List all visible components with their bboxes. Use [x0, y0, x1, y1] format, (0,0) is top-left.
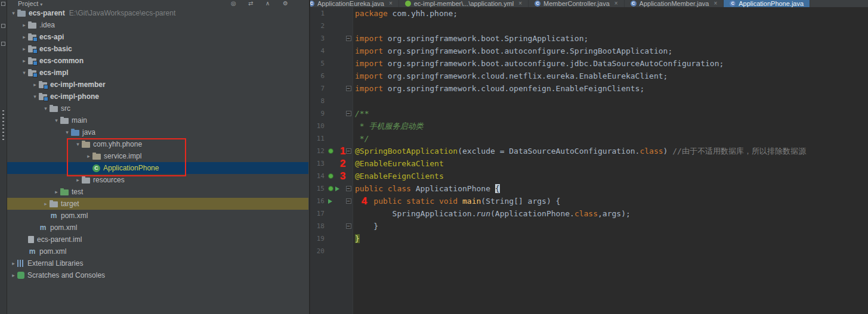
close-icon[interactable]: × — [614, 0, 618, 7]
module-icon — [39, 94, 47, 100]
close-icon[interactable]: × — [713, 0, 717, 7]
class-icon: C — [535, 1, 540, 7]
tree-row-test[interactable]: ▸test — [7, 186, 308, 198]
code-segment: public class — [355, 184, 411, 193]
code-segment: /** — [355, 109, 369, 118]
fold-marker-icon[interactable] — [346, 111, 351, 116]
tree-row-pom-xml[interactable]: mpom.xml — [7, 210, 308, 222]
code-segment: @SpringBootApplication — [355, 147, 458, 156]
collapse-all-icon[interactable]: ∧ — [265, 0, 270, 7]
run-icon[interactable] — [328, 199, 332, 204]
chevron-down-icon[interactable]: ▾ — [20, 70, 28, 76]
spring-bean-icon[interactable] — [328, 148, 333, 154]
chevron-right-icon[interactable]: ▸ — [20, 46, 28, 52]
tree-row-ecs-parent[interactable]: ▾ecs-parentE:\Git\JavaWorkspace\ecs-pare… — [7, 7, 308, 19]
tree-row-ecs-common[interactable]: ▸ecs-common — [7, 55, 308, 67]
chevron-right-icon[interactable]: ▸ — [20, 22, 28, 28]
test-icon — [60, 189, 69, 195]
code-text: */ — [353, 132, 369, 145]
locate-file-icon[interactable]: ◎ — [231, 0, 236, 7]
tree-row-main[interactable]: ▾main — [7, 114, 308, 126]
fold-area — [344, 45, 353, 57]
tab-applicationeureka-java[interactable]: CApplicationEureka.java× — [310, 0, 399, 7]
tab-applicationphone-java[interactable]: CApplicationPhone.java — [724, 0, 810, 7]
tree-row-pom-xml[interactable]: mpom.xml — [7, 222, 308, 234]
tree-row-pom-xml[interactable]: mpom.xml — [7, 245, 308, 257]
chevron-right-icon[interactable]: ▸ — [42, 201, 50, 207]
tab-applicationmember-java[interactable]: CApplicationMember.java× — [625, 0, 724, 7]
fold-marker-icon[interactable] — [346, 186, 351, 191]
tree-row-src[interactable]: ▾src — [7, 102, 308, 114]
tree-row-ecs-basic[interactable]: ▸ecs-basic — [7, 43, 308, 55]
chevron-down-icon[interactable]: ▾ — [31, 94, 39, 100]
run-icon[interactable] — [335, 186, 339, 191]
chevron-right-icon[interactable]: ▸ — [20, 34, 28, 40]
chevron-down-icon[interactable]: ▾ — [42, 105, 50, 111]
settings-icon[interactable]: ⚙ — [283, 0, 288, 7]
fold-marker-icon[interactable] — [346, 223, 351, 229]
spring-bean-icon[interactable] — [328, 173, 333, 179]
code-text: SpringApplication.run(ApplicationPhone.c… — [353, 207, 631, 220]
chevron-right-icon[interactable]: ▸ — [31, 82, 39, 88]
chevron-right-icon[interactable]: ▸ — [10, 260, 17, 266]
gutter-icons — [326, 207, 344, 220]
gutter-icons — [326, 232, 344, 245]
chevron-right-icon[interactable]: ▸ — [52, 189, 60, 195]
folder-icon — [82, 178, 90, 184]
annotation-box — [67, 138, 186, 176]
tab-ec-impl-member-application-yml[interactable]: ec-impl-member\...\application.yml× — [399, 0, 529, 7]
tree-row-ec-impl-phone[interactable]: ▾ec-impl-phone — [7, 91, 308, 102]
chevron-down-icon[interactable]: ▾ — [63, 129, 71, 135]
code-segment: run — [477, 209, 490, 218]
tree-item-label: Scratches and Consoles — [27, 271, 105, 279]
tree-row-java[interactable]: ▾java — [7, 126, 308, 138]
code-segment: import — [355, 59, 383, 68]
close-icon[interactable]: × — [389, 0, 393, 7]
project-panel: Project▾ ◎⇄∧⚙ ▾ecs-parentE:\Git\JavaWork… — [7, 0, 310, 314]
tree-row-scratches-and-consoles[interactable]: ▸Scratches and Consoles — [7, 269, 308, 281]
tree-row-target[interactable]: ▸target — [7, 198, 308, 210]
chevron-right-icon[interactable]: ▸ — [74, 177, 82, 183]
tree-row-ec-impl-member[interactable]: ▸ec-impl-member — [7, 79, 308, 91]
tree-row-ecs-parent-iml[interactable]: ecs-parent.iml — [7, 234, 308, 245]
code-text: /** — [353, 107, 369, 120]
fold-marker-icon[interactable] — [346, 198, 351, 204]
tree-item-label: target — [61, 200, 79, 208]
gutter-icons — [326, 70, 344, 82]
code-line-7: 7import org.springframework.cloud.openfe… — [310, 82, 868, 95]
fold-marker-icon[interactable] — [346, 86, 351, 91]
tool-stripe-icon-2[interactable] — [1, 24, 5, 28]
tool-stripe-icon-1[interactable] — [1, 2, 5, 6]
tab-membercontroller-java[interactable]: CMemberController.java× — [529, 0, 625, 7]
editor-lines[interactable]: 1package com.yhh.phone;23import org.spri… — [310, 7, 868, 257]
code-text: @EnableFeignClients — [353, 170, 444, 182]
tree-item-label: ecs-common — [39, 57, 84, 65]
code-line-11: 11 */ — [310, 132, 868, 145]
tree-row-ecs-api[interactable]: ▸ecs-api — [7, 31, 308, 43]
code-segment: @EnableEurekaClient — [355, 159, 444, 168]
tree-item-label: External Libraries — [27, 259, 83, 268]
code-segment: package — [355, 9, 388, 18]
tree-item-label: ecs-api — [39, 33, 64, 41]
class-icon: C — [730, 1, 736, 7]
spring-bean-icon[interactable] — [328, 186, 333, 191]
tab-label: ApplicationEureka.java — [317, 0, 384, 7]
tree-row-ecs-impl[interactable]: ▾ecs-impl — [7, 67, 308, 79]
chevron-right-icon[interactable]: ▸ — [20, 58, 28, 64]
tree-row-idea[interactable]: ▸.idea — [7, 19, 308, 31]
chevron-right-icon[interactable]: ▸ — [10, 272, 17, 278]
tree-item-label: ecs-basic — [39, 45, 72, 53]
project-panel-title[interactable]: Project — [18, 0, 38, 7]
fold-marker-icon[interactable] — [346, 36, 351, 41]
code-line-9: 9/** — [310, 107, 868, 120]
tree-row-external-libraries[interactable]: ▸External Libraries — [7, 257, 308, 269]
code-segment — [458, 197, 462, 206]
fold-marker-icon[interactable] — [346, 148, 351, 154]
gutter-icons — [326, 57, 344, 70]
tool-stripe-icon-3[interactable] — [1, 42, 5, 46]
scroll-sync-icon[interactable]: ⇄ — [248, 0, 253, 7]
chevron-down-icon[interactable]: ▾ — [52, 117, 60, 123]
chevron-down-icon[interactable]: ▾ — [10, 10, 17, 16]
class-icon: C — [310, 1, 314, 7]
close-icon[interactable]: × — [518, 0, 522, 7]
